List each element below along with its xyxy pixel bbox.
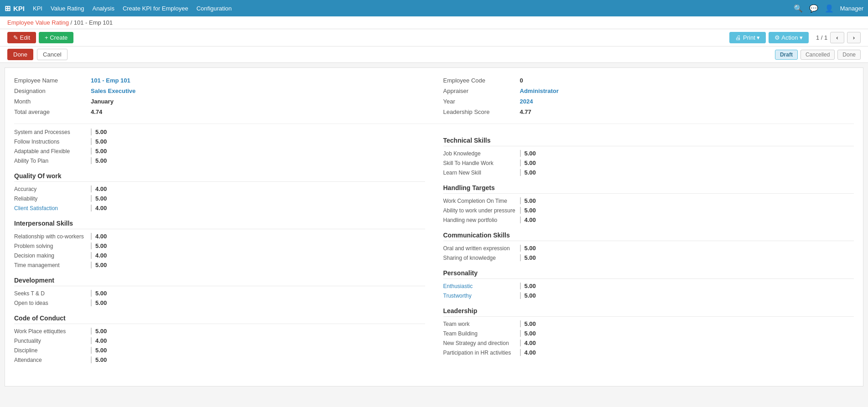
- employee-name-field: Employee Name 101 - Emp 101: [14, 77, 425, 84]
- nav-value-rating[interactable]: Value Rating: [51, 5, 84, 12]
- score-label: Decision making: [14, 252, 87, 259]
- score-value: 5.00: [91, 290, 109, 297]
- score-row: Job Knowledge5.00: [443, 150, 854, 157]
- score-label: Open to ideas: [14, 300, 87, 306]
- score-label[interactable]: Client Satisfaction: [14, 205, 87, 211]
- main-content: Employee Name 101 - Emp 101 Designation …: [5, 67, 863, 386]
- score-value: 5.00: [520, 330, 538, 337]
- score-row: Participation in HR activities4.00: [443, 349, 854, 356]
- status-draft: Draft: [775, 50, 798, 60]
- toolbar: ✎ Edit + Create 🖨 Print ▾ ⚙ Action ▾ 1 /…: [0, 29, 868, 46]
- score-label: Skill To Handle Work: [443, 160, 516, 166]
- grid-icon: ⊞: [5, 4, 10, 13]
- score-row: Sharing of knowledge5.00: [443, 254, 854, 261]
- score-row: Work Completion On Time5.00: [443, 197, 854, 204]
- score-row: Open to ideas5.00: [14, 299, 425, 306]
- score-label: Discipline: [14, 347, 87, 354]
- score-label: Reliability: [14, 196, 87, 202]
- section-title-2: Communication Skills: [443, 232, 854, 241]
- prev-button[interactable]: ‹: [830, 32, 844, 43]
- next-button[interactable]: ›: [847, 32, 861, 43]
- breadcrumb-parent[interactable]: Employee Value Rating: [7, 19, 69, 26]
- score-row: Reliability5.00: [14, 195, 425, 202]
- score-label[interactable]: Enthusiastic: [443, 283, 516, 289]
- search-icon[interactable]: 🔍: [794, 4, 803, 13]
- create-button[interactable]: + Create: [39, 32, 73, 43]
- chat-icon[interactable]: 💬: [809, 4, 818, 13]
- score-label: Accuracy: [14, 186, 87, 192]
- designation-value[interactable]: Sales Executive: [91, 88, 135, 94]
- nav-analysis[interactable]: Analysis: [92, 5, 114, 12]
- score-value: 4.00: [520, 340, 538, 346]
- score-label[interactable]: Trustworthy: [443, 293, 516, 299]
- user-label: Manager: [840, 5, 863, 12]
- header-right: Employee Code 0 Appraiser Administrator …: [443, 77, 854, 119]
- breadcrumb: Employee Value Rating / 101 - Emp 101: [0, 16, 868, 29]
- designation-label: Designation: [14, 88, 87, 94]
- divider: [14, 124, 854, 124]
- done-button[interactable]: Done: [7, 49, 33, 60]
- score-value: 5.00: [91, 328, 109, 335]
- score-value: 5.00: [91, 195, 109, 202]
- breadcrumb-current: 101 - Emp 101: [74, 19, 113, 26]
- left-sections: System and Processes5.00Follow Instructi…: [14, 129, 425, 366]
- nav-kpi[interactable]: KPI: [33, 5, 42, 12]
- score-label: Problem solving: [14, 243, 87, 249]
- section-title-0: Technical Skills: [443, 137, 854, 146]
- topnav-right: 🔍 💬 👤 Manager: [794, 4, 863, 13]
- score-value: 5.00: [520, 150, 538, 157]
- section-title-1: Quality Of work: [14, 172, 425, 182]
- score-row: Attendance5.00: [14, 356, 425, 363]
- year-field: Year 2024: [443, 98, 854, 105]
- employee-code-label: Employee Code: [443, 77, 516, 84]
- appraiser-field: Appraiser Administrator: [443, 88, 854, 94]
- score-row: Trustworthy5.00: [443, 292, 854, 299]
- appraiser-value[interactable]: Administrator: [520, 88, 559, 94]
- score-label: Ability To Plan: [14, 158, 87, 164]
- score-row: Accuracy4.00: [14, 185, 425, 192]
- score-label: Follow Instructions: [14, 139, 87, 145]
- year-value[interactable]: 2024: [520, 98, 533, 105]
- employee-code-field: Employee Code 0: [443, 77, 854, 84]
- action-button[interactable]: ⚙ Action ▾: [769, 32, 809, 43]
- pagination: 1 / 1: [816, 34, 827, 41]
- score-value: 4.00: [91, 185, 109, 192]
- print-button[interactable]: 🖨 Print ▾: [729, 32, 766, 43]
- score-label: Participation in HR activities: [443, 350, 516, 356]
- score-label: Work Completion On Time: [443, 198, 516, 204]
- score-value: 5.00: [520, 320, 538, 327]
- nav-configuration[interactable]: Configuration: [197, 5, 232, 12]
- leadership-score-label: Leadership Score: [443, 108, 516, 115]
- score-value: 5.00: [91, 356, 109, 363]
- employee-name-value[interactable]: 101 - Emp 101: [91, 77, 130, 84]
- section-title-1: Handling Targets: [443, 184, 854, 194]
- score-value: 5.00: [520, 283, 538, 289]
- score-value: 5.00: [520, 254, 538, 261]
- breadcrumb-separator: /: [71, 19, 73, 26]
- score-label: Handling new portfolio: [443, 217, 516, 223]
- score-row: System and Processes5.00: [14, 129, 425, 135]
- total-average-label: Total average: [14, 108, 87, 115]
- user-icon[interactable]: 👤: [825, 4, 834, 13]
- status-bar: Done Cancel Draft Cancelled Done: [0, 46, 868, 63]
- score-value: 4.00: [91, 205, 109, 211]
- cancel-button[interactable]: Cancel: [37, 49, 67, 60]
- score-row: Decision making4.00: [14, 252, 425, 259]
- score-label: Team Building: [443, 330, 516, 337]
- score-row: Time management5.00: [14, 262, 425, 268]
- edit-button[interactable]: ✎ Edit: [7, 32, 36, 43]
- score-label: Job Knowledge: [443, 150, 516, 157]
- score-row: Client Satisfaction4.00: [14, 205, 425, 211]
- score-label: Adaptable and Flexible: [14, 148, 87, 155]
- total-average-field: Total average 4.74: [14, 108, 425, 115]
- score-row: Team work5.00: [443, 320, 854, 327]
- month-field: Month January: [14, 98, 425, 105]
- score-row: Skill To Handle Work5.00: [443, 160, 854, 166]
- section-title-2: Interpersonal Skills: [14, 220, 425, 229]
- score-label: Team work: [443, 321, 516, 327]
- nav-create-kpi[interactable]: Create KPI for Employee: [123, 5, 188, 12]
- employee-name-label: Employee Name: [14, 77, 87, 84]
- app-logo[interactable]: ⊞ KPI: [5, 4, 25, 13]
- header-fields: Employee Name 101 - Emp 101 Designation …: [14, 77, 854, 119]
- score-value: 4.00: [520, 349, 538, 356]
